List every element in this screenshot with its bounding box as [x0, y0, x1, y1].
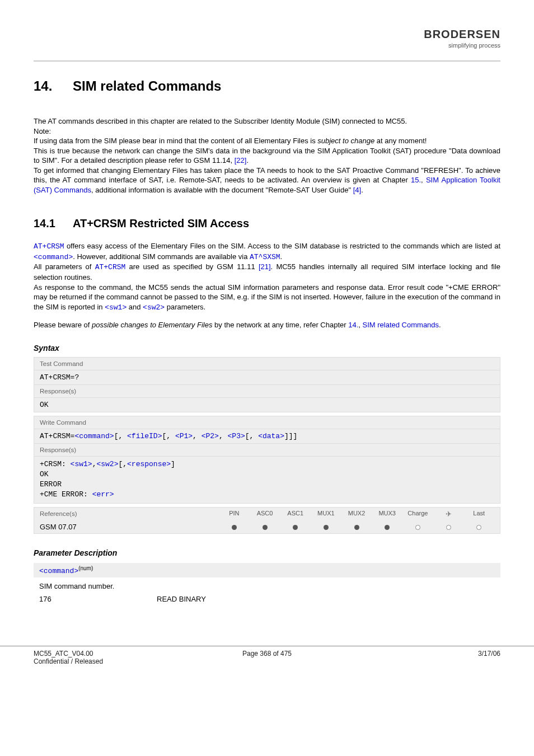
text: .	[439, 321, 441, 329]
chapter-number: 14.	[34, 78, 73, 94]
test-command-code: AT+CRSM=?	[34, 370, 500, 385]
syntax-heading: Syntax	[34, 344, 500, 353]
param-link[interactable]: <fileID>	[127, 432, 162, 440]
reference-value: GSM 07.07	[40, 523, 219, 531]
param-link[interactable]: <err>	[92, 490, 114, 499]
text: and	[127, 303, 143, 311]
param-link[interactable]: <command>	[74, 432, 114, 440]
chapter-link[interactable]: 14.	[348, 321, 358, 329]
text: are used as specified by GSM 11.11	[125, 262, 259, 271]
syntax-reference-box: Reference(s) PIN ASC0 ASC1 MUX1 MUX2 MUX…	[34, 507, 500, 534]
text: AT+CRSM=	[40, 432, 74, 440]
test-command-label: Test Command	[34, 358, 500, 370]
col-mux3: MUX3	[372, 510, 402, 518]
reference-link[interactable]: [21]	[259, 262, 271, 271]
page-header: BRODERSEN simplifying process	[34, 22, 500, 62]
intro-paragraph-3: This is true because the network can cha…	[34, 146, 500, 166]
section-number: 14.1	[34, 217, 73, 230]
intro-paragraph-2: If using data from the SIM please bear i…	[34, 136, 500, 146]
test-response: OK	[34, 398, 500, 412]
write-response: +CRSM: <sw1>,<sw2>[,<response>] OK ERROR…	[34, 457, 500, 503]
param-value-row: 176READ BINARY	[34, 591, 500, 607]
airplane-icon: ✈	[433, 510, 464, 518]
code-link[interactable]: <sw2>	[143, 303, 165, 312]
dot	[402, 523, 433, 530]
intro-paragraph-4: To get informed that changing Elementary…	[34, 166, 500, 195]
param-command-desc: SIM command number.	[34, 581, 500, 591]
logo-tagline: simplifying process	[424, 42, 500, 49]
param-command-box: <command>(num)	[34, 563, 500, 577]
reference-header-row: Reference(s) PIN ASC0 ASC1 MUX1 MUX2 MUX…	[34, 508, 500, 520]
reference-columns: PIN ASC0 ASC1 MUX1 MUX2 MUX3 Charge ✈ La…	[219, 510, 494, 518]
col-mux1: MUX1	[311, 510, 341, 518]
section-paragraph-1: AT+CRSM offers easy access of the Elemen…	[34, 241, 500, 262]
dot	[219, 523, 250, 530]
reference-dots	[219, 523, 494, 530]
param-link[interactable]: <P1>	[175, 432, 193, 440]
text: All parameters of	[34, 262, 95, 271]
col-last: Last	[463, 510, 494, 518]
col-charge: Charge	[402, 510, 433, 518]
write-command-label: Write Command	[34, 416, 500, 429]
dot	[372, 523, 402, 530]
chapter-title: SIM related Commands	[73, 78, 221, 93]
dot	[433, 523, 464, 530]
footer-page-number: Page 368 of 475	[189, 650, 345, 665]
response-label: Response(s)	[34, 444, 500, 457]
param-link[interactable]: <P2>	[202, 432, 219, 440]
param-link[interactable]: <sw1>	[71, 460, 92, 468]
reference-value-row: GSM 07.07	[34, 520, 500, 533]
param-value-number: 176	[39, 595, 157, 603]
parameter-heading: Parameter Description	[34, 548, 500, 557]
code-link[interactable]: AT+CRSM	[34, 242, 64, 251]
col-asc1: ASC1	[280, 510, 311, 518]
text: . However, additional SIM commands are a…	[73, 252, 250, 261]
note-label: Note:	[34, 126, 500, 137]
reference-link[interactable]: [22]	[235, 156, 247, 165]
reference-link[interactable]: [4]	[353, 186, 361, 194]
section-heading: 14.1AT+CRSM Restricted SIM Access	[34, 217, 500, 230]
text: ,	[421, 176, 426, 184]
text: This is true because the network can cha…	[34, 147, 500, 165]
text: ,	[358, 321, 362, 329]
param-link[interactable]: <sw2>	[96, 460, 118, 468]
text: +CME ERROR:	[40, 490, 92, 499]
section-paragraph-4: Please beware of possible changes to Ele…	[34, 320, 500, 330]
footer-date: 3/17/06	[345, 650, 500, 665]
footer-doc-id: MC55_ATC_V04.00	[34, 650, 189, 658]
footer-confidentiality: Confidential / Released	[34, 658, 189, 665]
dot	[311, 523, 341, 530]
dot	[250, 523, 280, 530]
chapter-link[interactable]: SIM related Commands	[363, 321, 439, 329]
text: As response to the command, the MC55 sen…	[34, 283, 500, 311]
col-mux2: MUX2	[341, 510, 372, 518]
text: If using data from the SIM please bear i…	[34, 137, 317, 145]
param-link[interactable]: <data>	[258, 432, 284, 440]
logo-text: BRODERSEN	[424, 28, 500, 41]
section-paragraph-3: As response to the command, the MC55 sen…	[34, 283, 500, 313]
text: , additional information is available wi…	[91, 186, 353, 194]
text: offers easy access of the Elementary Fil…	[64, 242, 500, 250]
text: at any moment!	[374, 137, 427, 145]
response-label: Response(s)	[34, 385, 500, 398]
dot	[280, 523, 311, 530]
dot	[463, 523, 494, 530]
text: parameters.	[165, 303, 205, 311]
param-name: <command>	[39, 567, 78, 575]
text: +CRSM:	[40, 460, 71, 468]
section-title: AT+CRSM Restricted SIM Access	[73, 217, 249, 229]
code-link[interactable]: <sw1>	[105, 303, 127, 312]
chapter-link[interactable]: 15.	[411, 176, 421, 184]
code-link[interactable]: AT+CRSM	[95, 263, 126, 271]
section-paragraph-2: All parameters of AT+CRSM are used as sp…	[34, 262, 500, 282]
text: Please beware of	[34, 321, 92, 329]
param-link[interactable]: <P3>	[228, 432, 245, 440]
intro-paragraph-1: The AT commands described in this chapte…	[34, 116, 500, 126]
code-link[interactable]: AT^SXSM	[250, 253, 280, 261]
emphasis: possible changes to Elementary Files	[92, 321, 212, 329]
param-link[interactable]: <response>	[127, 460, 171, 468]
code-link[interactable]: <command>	[34, 253, 73, 261]
col-asc0: ASC0	[250, 510, 280, 518]
text: OK	[40, 470, 49, 478]
reference-label: Reference(s)	[40, 510, 219, 517]
